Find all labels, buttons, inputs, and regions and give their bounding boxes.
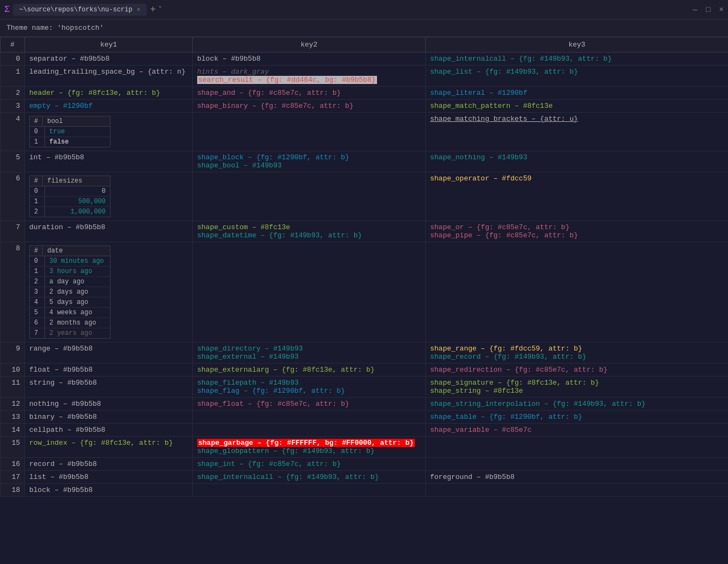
row-index-17: 17 xyxy=(1,471,25,484)
row-2-key1: header – {fg: #8fc13e, attr: b} xyxy=(25,87,193,100)
row-index-0: 0 xyxy=(1,53,25,66)
row-index-3: 3 xyxy=(1,100,25,113)
row-7-key2: shape_custom – #8fc13e shape_datetime – … xyxy=(193,221,426,242)
row-17-key2: shape_internalcall – {fg: #149b93, attr:… xyxy=(193,471,426,484)
row-11-key3: shape_signature – {fg: #8fc13e, attr: b}… xyxy=(426,377,729,398)
row-7-key3: shape_or – {fg: #c85e7c, attr: b} shape_… xyxy=(426,221,729,242)
row-9-key1: range – #b9b5b8 xyxy=(25,342,193,364)
table-wrapper[interactable]: # key1 key2 key3 0 separator – #b9b5b8 b… xyxy=(0,37,728,564)
row-6-key1: # filesizes 0 0 1 500,000 xyxy=(25,172,193,221)
row-12-key2: shape_float – {fg: #c85e7c, attr: b} xyxy=(193,398,426,411)
row-14-key3: shape_variable – #c85e7c xyxy=(426,424,729,437)
row-3-key2: shape_binary – {fg: #c85e7c, attr: b} xyxy=(193,100,426,113)
row-15-key3 xyxy=(426,437,729,458)
row-5-key1: int – #b9b5b8 xyxy=(25,151,193,172)
maximize-button[interactable]: □ xyxy=(706,5,710,14)
row-9-key3: shape_range – {fg: #fdcc59, attr: b} sha… xyxy=(426,342,729,364)
row-18-key2 xyxy=(193,484,426,497)
new-tab-button[interactable]: + xyxy=(150,4,156,15)
row-15-key1: row_index – {fg: #8fc13e, attr: b} xyxy=(25,437,193,458)
row-14-key2 xyxy=(193,424,426,437)
row-15-key2: shape_garbage – {fg: #FFFFFF, bg: #FF000… xyxy=(193,437,426,458)
row-18-key3 xyxy=(426,484,729,497)
close-button[interactable]: × xyxy=(719,5,724,14)
row-16-key3 xyxy=(426,458,729,471)
row-index-2: 2 xyxy=(1,87,25,100)
row-index-14: 14 xyxy=(1,424,25,437)
row-index-15: 15 xyxy=(1,437,25,458)
table-row: 13 binary – #b9b5b8 shape_table – {fg: #… xyxy=(1,411,729,424)
row-2-key2: shape_and – {fg: #c85e7c, attr: b} xyxy=(193,87,426,100)
table-row: 2 header – {fg: #8fc13e, attr: b} shape_… xyxy=(1,87,729,100)
table-row: 4 # bool 0 true 1 xyxy=(1,113,729,151)
row-16-key1: record – #b9b5b8 xyxy=(25,458,193,471)
table-row: 18 block – #b9b5b8 xyxy=(1,484,729,497)
table-row: 16 record – #b9b5b8 shape_int – {fg: #c8… xyxy=(1,458,729,471)
table-row: 14 cellpath – #b9b5b8 shape_variable – #… xyxy=(1,424,729,437)
row-6-key3: shape_operator – #fdcc59 xyxy=(426,172,729,221)
row-index-7: 7 xyxy=(1,221,25,242)
row-17-key1: list – #b9b5b8 xyxy=(25,471,193,484)
table-row: 8 # date 0 30 minutes ago xyxy=(1,242,729,342)
row-13-key2 xyxy=(193,411,426,424)
tab-label: ~\source\repos\forks\nu-scrip xyxy=(20,6,133,14)
col-header-key1: key1 xyxy=(25,37,193,53)
row-1-key2: hints – dark_gray search_result – {fg: #… xyxy=(193,66,426,87)
tab-close-button[interactable]: × xyxy=(136,7,140,13)
theme-name-text: Theme name: 'hopscotch' xyxy=(6,24,103,32)
row-10-key3: shape_redirection – {fg: #c85e7c, attr: … xyxy=(426,364,729,377)
row-17-key3: foreground – #b9b5b8 xyxy=(426,471,729,484)
row-8-key1: # date 0 30 minutes ago 1 3 hours ago xyxy=(25,242,193,342)
row-8-key3 xyxy=(426,242,729,342)
table-row: 12 nothing – #b9b5b8 shape_float – {fg: … xyxy=(1,398,729,411)
data-table: # key1 key2 key3 0 separator – #b9b5b8 b… xyxy=(0,37,728,497)
row-9-key2: shape_directory – #149b93 shape_external… xyxy=(193,342,426,364)
row-index-13: 13 xyxy=(1,411,25,424)
row-3-key1: empty – #1290bf xyxy=(25,100,193,113)
minimize-button[interactable]: — xyxy=(693,5,697,14)
row-0-key2: block – #b9b5b8 xyxy=(193,53,426,66)
table-row: 3 empty – #1290bf shape_binary – {fg: #c… xyxy=(1,100,729,113)
table-row: 9 range – #b9b5b8 shape_directory – #149… xyxy=(1,342,729,364)
row-index-11: 11 xyxy=(1,377,25,398)
row-1-key1: leading_trailing_space_bg – {attr: n} xyxy=(25,66,193,87)
row-8-key2 xyxy=(193,242,426,342)
row-7-key1: duration – #b9b5b8 xyxy=(25,221,193,242)
row-12-key1: nothing – #b9b5b8 xyxy=(25,398,193,411)
row-13-key3: shape_table – {fg: #1290bf, attr: b} xyxy=(426,411,729,424)
row-18-key1: block – #b9b5b8 xyxy=(25,484,193,497)
table-row: 10 float – #b9b5b8 shape_externalarg – {… xyxy=(1,364,729,377)
main-content: # key1 key2 key3 0 separator – #b9b5b8 b… xyxy=(0,37,728,564)
titlebar: Σ ~\source\repos\forks\nu-scrip × + ˅ — … xyxy=(0,0,728,20)
row-index-8: 8 xyxy=(1,242,25,342)
row-11-key1: string – #b9b5b8 xyxy=(25,377,193,398)
row-index-16: 16 xyxy=(1,458,25,471)
col-header-key3: key3 xyxy=(426,37,729,53)
terminal-icon: Σ xyxy=(4,5,10,15)
row-11-key2: shape_filepath – #149b93 shape_flag – {f… xyxy=(193,377,426,398)
col-header-index: # xyxy=(1,37,25,53)
col-header-key2: key2 xyxy=(193,37,426,53)
tab[interactable]: ~\source\repos\forks\nu-scrip × xyxy=(13,4,147,16)
table-row: 6 # filesizes 0 0 1 xyxy=(1,172,729,221)
row-index-9: 9 xyxy=(1,342,25,364)
row-3-key3: shape_match_pattern – #8fc13e xyxy=(426,100,729,113)
table-row: 1 leading_trailing_space_bg – {attr: n} … xyxy=(1,66,729,87)
row-10-key2: shape_externalarg – {fg: #8fc13e, attr: … xyxy=(193,364,426,377)
row-4-key3: shape_matching_brackets – {attr: u} xyxy=(426,113,729,151)
theme-line: Theme name: 'hopscotch' xyxy=(0,20,728,37)
row-5-key3: shape_nothing – #149b93 xyxy=(426,151,729,172)
row-16-key2: shape_int – {fg: #c85e7c, attr: b} xyxy=(193,458,426,471)
table-row: 7 duration – #b9b5b8 shape_custom – #8fc… xyxy=(1,221,729,242)
table-header-row: # key1 key2 key3 xyxy=(1,37,729,53)
row-index-5: 5 xyxy=(1,151,25,172)
row-12-key3: shape_string_interpolation – {fg: #149b9… xyxy=(426,398,729,411)
row-index-18: 18 xyxy=(1,484,25,497)
row-5-key2: shape_block – {fg: #1290bf, attr: b} sha… xyxy=(193,151,426,172)
row-index-4: 4 xyxy=(1,113,25,151)
dropdown-button[interactable]: ˅ xyxy=(158,5,162,14)
row-index-12: 12 xyxy=(1,398,25,411)
table-row: 11 string – #b9b5b8 shape_filepath – #14… xyxy=(1,377,729,398)
row-10-key1: float – #b9b5b8 xyxy=(25,364,193,377)
table-row: 5 int – #b9b5b8 shape_block – {fg: #1290… xyxy=(1,151,729,172)
